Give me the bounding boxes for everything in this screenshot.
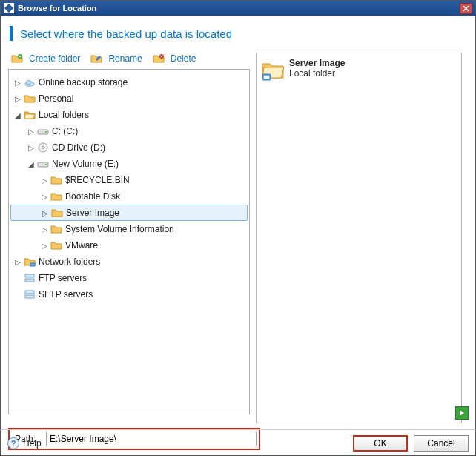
- tree-label: Personal: [39, 93, 73, 104]
- svg-rect-15: [25, 295, 34, 298]
- tree-item-online-backup[interactable]: ▷ Online backup storage: [10, 74, 248, 90]
- folder-icon: [50, 239, 62, 251]
- tree-label: Online backup storage: [39, 77, 128, 87]
- go-button[interactable]: [455, 406, 469, 420]
- folder-icon: [24, 93, 36, 105]
- tree-label: SFTP servers: [39, 289, 93, 300]
- create-folder-label: Create folder: [29, 53, 80, 64]
- arrow-right-icon: [458, 409, 466, 417]
- expand-icon[interactable]: ▷: [13, 258, 22, 266]
- tree-label: VMware: [65, 240, 98, 251]
- tree-item-bootable[interactable]: ▷ Bootable Disk: [10, 188, 248, 205]
- help-label: Help: [23, 438, 42, 449]
- tree-label: System Volume Information: [65, 224, 174, 234]
- expand-icon[interactable]: ▷: [27, 144, 36, 152]
- folder-icon: [50, 174, 62, 186]
- cancel-button[interactable]: Cancel: [414, 435, 469, 452]
- drive-icon: [37, 158, 49, 170]
- tree-item-vmware[interactable]: ▷ VMware: [10, 237, 248, 254]
- delete-label: Delete: [171, 53, 196, 64]
- expand-icon[interactable]: ▷: [40, 242, 49, 250]
- folder-icon: [50, 191, 62, 202]
- tree-label: Server Image: [66, 208, 119, 218]
- svg-rect-11: [30, 263, 35, 266]
- folder-icon: [51, 207, 63, 219]
- close-button[interactable]: [460, 3, 472, 14]
- tree-item-recycle[interactable]: ▷ $RECYCLE.BIN: [10, 172, 248, 188]
- toolbar: Create folder Rename Delete: [8, 53, 250, 69]
- footer: ? Help OK Cancel: [0, 429, 476, 456]
- folder-icon: [50, 223, 62, 235]
- close-icon: [463, 5, 469, 12]
- expand-icon[interactable]: ▷: [40, 176, 49, 185]
- delete-icon: [153, 53, 165, 65]
- help-button[interactable]: ? Help: [7, 437, 42, 449]
- tree-label: CD Drive (D:): [52, 142, 105, 153]
- tree-label: $RECYCLE.BIN: [65, 175, 130, 185]
- tree-item-new-volume[interactable]: ◢ New Volume (E:): [10, 156, 248, 172]
- rename-label: Rename: [108, 53, 142, 64]
- rename-icon: [90, 53, 102, 65]
- tree-item-cd-drive[interactable]: ▷ CD Drive (D:): [10, 139, 248, 156]
- cloud-icon: [24, 76, 36, 88]
- network-folder-icon: [24, 256, 36, 268]
- expand-icon[interactable]: ▷: [40, 225, 49, 234]
- big-folder-icon: [261, 58, 285, 82]
- svg-point-8: [42, 147, 44, 149]
- tree-item-sftp[interactable]: ▷ SFTP servers: [10, 286, 248, 303]
- tree-item-ftp[interactable]: ▷ FTP servers: [10, 270, 248, 286]
- tree-item-c-drive[interactable]: ▷ C: (C:): [10, 123, 248, 139]
- expand-icon[interactable]: ▷: [27, 128, 36, 136]
- folder-open-icon: [24, 109, 36, 121]
- svg-rect-13: [25, 279, 34, 282]
- subtitle-accent: [10, 26, 13, 41]
- help-icon: ?: [7, 437, 19, 449]
- tree-item-network-folders[interactable]: ▷ Network folders: [10, 254, 248, 270]
- tree-item-server-image[interactable]: ▷ Server Image: [10, 205, 248, 221]
- detail-title: Server Image: [289, 58, 345, 68]
- svg-point-10: [45, 164, 47, 165]
- folder-plus-icon: [11, 53, 23, 65]
- expand-icon[interactable]: ▷: [13, 95, 22, 103]
- tree-label: Network folders: [39, 257, 100, 267]
- subtitle-text: Select where the backed up data is locat…: [20, 27, 232, 40]
- titlebar: Browse for Location: [1, 1, 475, 16]
- tree-label: C: (C:): [52, 126, 78, 136]
- ok-button[interactable]: OK: [353, 435, 408, 452]
- svg-rect-14: [25, 291, 34, 294]
- expand-icon[interactable]: ▷: [40, 193, 49, 201]
- detail-pane: Server Image Local folder: [256, 53, 462, 423]
- location-tree[interactable]: ▷ Online backup storage ▷ Personal ◢ Loc…: [8, 69, 250, 414]
- disc-icon: [37, 142, 49, 153]
- collapse-icon[interactable]: ◢: [13, 111, 22, 119]
- subtitle-row: Select where the backed up data is locat…: [1, 16, 475, 53]
- detail-subtitle: Local folder: [289, 68, 345, 79]
- app-icon: [4, 3, 14, 13]
- tree-item-sysvol[interactable]: ▷ System Volume Information: [10, 221, 248, 237]
- rename-button[interactable]: Rename: [89, 53, 142, 65]
- server-icon: [24, 288, 36, 300]
- tree-item-personal[interactable]: ▷ Personal: [10, 90, 248, 107]
- svg-rect-17: [264, 76, 269, 79]
- tree-label: FTP servers: [39, 273, 87, 283]
- server-icon: [24, 272, 36, 284]
- expand-icon[interactable]: ▷: [13, 79, 22, 87]
- expand-icon[interactable]: ▷: [41, 209, 50, 217]
- tree-label: New Volume (E:): [52, 159, 119, 169]
- tree-label: Bootable Disk: [65, 191, 120, 202]
- create-folder-button[interactable]: Create folder: [10, 53, 80, 65]
- svg-point-4: [27, 81, 31, 85]
- window-title: Browse for Location: [18, 4, 460, 13]
- delete-button[interactable]: Delete: [151, 53, 196, 65]
- collapse-icon[interactable]: ◢: [27, 160, 36, 168]
- svg-point-6: [45, 131, 47, 133]
- tree-label: Local folders: [39, 110, 89, 120]
- svg-rect-12: [25, 274, 34, 277]
- tree-item-local-folders[interactable]: ◢ Local folders: [10, 107, 248, 123]
- drive-icon: [37, 125, 49, 137]
